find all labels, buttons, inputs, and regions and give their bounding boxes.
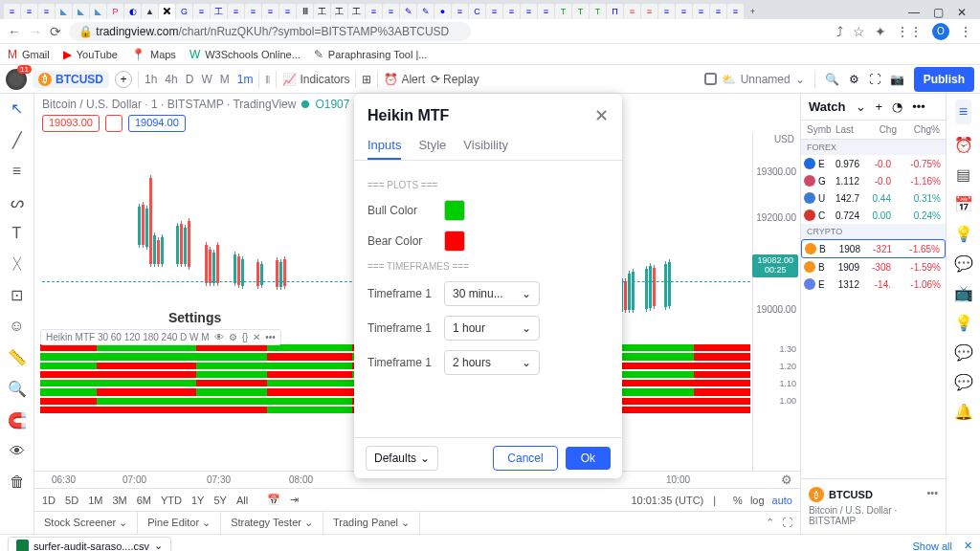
- panel-tab[interactable]: Stock Screener ⌄: [34, 512, 138, 534]
- layout-selector[interactable]: ⛅ Unnamed ⌄: [704, 73, 805, 86]
- axis-settings-icon[interactable]: ⚙: [781, 473, 792, 487]
- tab-active[interactable]: 🗙: [159, 4, 175, 19]
- ruler-tool[interactable]: 📏: [8, 348, 27, 366]
- extensions-icon[interactable]: ✦: [875, 24, 886, 39]
- search-icon[interactable]: 🔍: [825, 73, 839, 86]
- code-icon[interactable]: {}: [242, 332, 249, 342]
- eye-icon[interactable]: 👁: [214, 332, 224, 342]
- brush-tool[interactable]: ᔕ: [11, 193, 24, 211]
- timeframe-1m[interactable]: 1m: [237, 73, 254, 86]
- tab-mini[interactable]: ◐: [124, 4, 141, 19]
- bookmark-item[interactable]: ✎Paraphrasing Tool |...: [314, 48, 428, 61]
- tf-select[interactable]: 2 hours⌄: [444, 350, 540, 375]
- profile-avatar[interactable]: O: [932, 23, 949, 40]
- tab-mini[interactable]: ≡: [193, 4, 210, 19]
- bookmark-item[interactable]: ▶YouTube: [63, 48, 118, 61]
- price-axis[interactable]: 19300.0019200.0019100.0019000.0019082.00…: [752, 132, 800, 471]
- panel-tab[interactable]: Trading Panel ⌄: [323, 512, 420, 534]
- ok-button[interactable]: Ok: [566, 447, 611, 470]
- watchlist-row[interactable]: B1908-321-1.65%: [801, 239, 946, 258]
- scale-auto[interactable]: auto: [772, 495, 792, 506]
- tab-mini[interactable]: T: [590, 4, 606, 19]
- publish-button[interactable]: Publish: [914, 67, 974, 92]
- range-1M[interactable]: 1M: [88, 495, 102, 506]
- cursor-tool[interactable]: ↖: [11, 99, 23, 118]
- tab-mini[interactable]: ≡: [486, 4, 502, 19]
- add-symbol-icon[interactable]: +: [876, 99, 883, 114]
- tab-mini[interactable]: ◣: [73, 4, 89, 19]
- fib-tool[interactable]: ≡: [12, 163, 21, 180]
- tv-logo[interactable]: [6, 69, 27, 90]
- line-tool[interactable]: ╱: [12, 131, 22, 149]
- ideas-icon[interactable]: 💡: [954, 225, 973, 243]
- tab-mini[interactable]: ≡: [4, 4, 20, 19]
- timeframe-4h[interactable]: 4h: [165, 73, 177, 86]
- modal-tab-inputs[interactable]: Inputs: [368, 132, 401, 160]
- tab-mini[interactable]: ≡: [279, 4, 296, 19]
- tab-mini[interactable]: ≡: [693, 4, 709, 19]
- prediction-tool[interactable]: ⊡: [11, 286, 23, 304]
- emoji-tool[interactable]: ☺: [9, 318, 24, 335]
- alerts-icon[interactable]: ⏰: [954, 136, 973, 154]
- more-icon[interactable]: •••: [926, 487, 938, 498]
- scale-%[interactable]: %: [733, 495, 743, 506]
- bookmark-icon[interactable]: ☆: [853, 24, 865, 39]
- range-1Y[interactable]: 1Y: [191, 495, 204, 506]
- notifications-icon[interactable]: 🔔: [954, 403, 973, 421]
- tab-mini[interactable]: ▲: [142, 4, 158, 19]
- modal-tab-visibility[interactable]: Visibility: [463, 132, 508, 160]
- settings-small-icon[interactable]: ⚙: [229, 332, 237, 342]
- tab-mini[interactable]: ◣: [90, 4, 106, 19]
- watchlist-row[interactable]: B1909-308-1.59%: [801, 258, 946, 276]
- tab-mini[interactable]: ≡: [383, 4, 399, 19]
- tab-mini[interactable]: ≡: [641, 4, 657, 19]
- tab-mini[interactable]: ◣: [56, 4, 72, 19]
- tf-select[interactable]: 30 minu...⌄: [444, 281, 540, 306]
- watchlist-row[interactable]: C0.7240.000.24%: [801, 207, 946, 224]
- indicator-legend[interactable]: Heikin MTF 30 60 120 180 240 D W M 👁 ⚙ {…: [40, 329, 281, 345]
- tab-mini[interactable]: ≡: [228, 4, 244, 19]
- expand-icon[interactable]: ⛶: [782, 517, 792, 529]
- panel-tab[interactable]: Strategy Tester ⌄: [221, 512, 323, 534]
- new-tab-button[interactable]: +: [745, 4, 761, 19]
- toggle-icon[interactable]: ◔: [892, 99, 902, 114]
- tab-mini[interactable]: 工: [314, 4, 330, 19]
- tab-mini[interactable]: ≡: [538, 4, 554, 19]
- bull-color-swatch[interactable]: [444, 200, 465, 221]
- magnet-tool[interactable]: 🧲: [8, 411, 27, 430]
- replay-button[interactable]: ⟳ Replay: [431, 73, 479, 86]
- trash-tool[interactable]: 🗑: [10, 474, 25, 491]
- tab-mini[interactable]: ≡: [21, 4, 37, 19]
- tab-mini[interactable]: ≡: [624, 4, 640, 19]
- watchlist-row[interactable]: E1312-14.-1.06%: [801, 276, 946, 293]
- tab-mini[interactable]: ≡: [658, 4, 675, 19]
- defaults-dropdown[interactable]: Defaults ⌄: [366, 446, 438, 471]
- bear-color-swatch[interactable]: [444, 231, 465, 252]
- chevron-down-icon[interactable]: ⌄: [856, 99, 866, 114]
- tab-mini[interactable]: ✎: [417, 4, 434, 19]
- ideas2-icon[interactable]: 💡: [954, 314, 973, 332]
- timeframe-M[interactable]: M: [220, 73, 230, 86]
- range-6M[interactable]: 6M: [137, 495, 151, 506]
- tab-mini[interactable]: ●: [434, 4, 451, 19]
- lock-tool[interactable]: 👁: [10, 443, 25, 460]
- watchlist-row[interactable]: U142.70.440.31%: [801, 189, 946, 207]
- watchlist-icon[interactable]: ≡: [955, 99, 971, 124]
- range-5Y[interactable]: 5Y: [213, 495, 226, 506]
- tab-mini[interactable]: G: [176, 4, 192, 19]
- download-chip[interactable]: surfer-audit-saraso....csv ⌄: [8, 537, 171, 551]
- goto-date-icon[interactable]: ⇥: [290, 494, 299, 506]
- range-All[interactable]: All: [236, 495, 248, 506]
- tab-mini[interactable]: Π: [607, 4, 623, 19]
- mtf-axis[interactable]: 1.301.201.101.00: [752, 344, 800, 413]
- more-icon[interactable]: •••: [265, 332, 276, 342]
- fullscreen-icon[interactable]: ⛶: [869, 73, 880, 86]
- tab-mini[interactable]: ≡: [452, 4, 468, 19]
- more-icon[interactable]: •••: [912, 99, 925, 114]
- calendar-icon[interactable]: 📅: [954, 195, 973, 213]
- indicators-button[interactable]: 📈 Indicators: [282, 73, 349, 86]
- bookmark-item[interactable]: 📍Maps: [131, 48, 176, 61]
- apps-icon[interactable]: ⋮⋮: [896, 24, 923, 39]
- camera-icon[interactable]: 📷: [890, 73, 904, 86]
- tab-mini[interactable]: ✎: [400, 4, 416, 19]
